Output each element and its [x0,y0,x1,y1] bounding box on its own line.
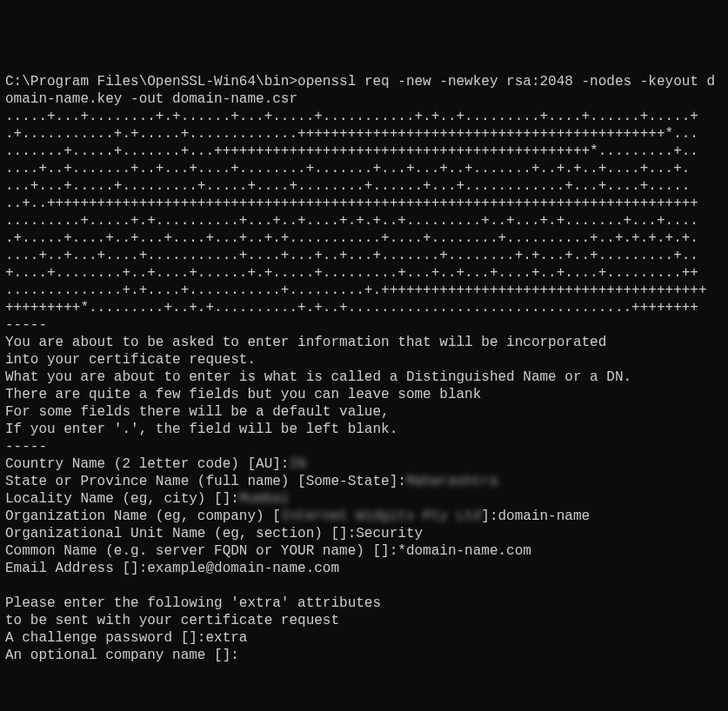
challenge-value: extra [205,630,247,646]
command-line: C:\Program Files\OpenSSL-Win64\bin>opens… [5,74,715,107]
info-line: For some fields there will be a default … [5,404,390,420]
keygen-line: ..............+.+....+...........+......… [5,282,707,298]
info-line: What you are about to enter is what is c… [5,369,631,385]
keygen-line: ....+..+.......+..+...+....+........+...… [5,161,690,176]
keygen-line: .........+.....+.+..........+...+..+....… [5,213,698,229]
org-prompt: Organization Name (eg, company) [Interne… [5,508,590,524]
keygen-line: .....+...+........+.+......+...+.....+..… [5,109,698,124]
challenge-prompt: A challenge password []:extra [5,630,247,646]
keygen-line: .+...........+.+.....+.............+++++… [5,126,698,142]
state-prompt: State or Province Name (full name) [Some… [5,474,498,489]
ou-value: Security [356,526,423,542]
prompt-path: C:\Program Files\OpenSSL-Win64\bin> [5,74,297,90]
country-prompt: Country Name (2 letter code) [AU]:IN [5,456,306,472]
info-line: If you enter '.', the field will be left… [5,422,397,437]
separator: ----- [5,317,47,333]
email-value: example@domain-name.com [147,561,339,576]
cn-prompt: Common Name (e.g. server FQDN or YOUR na… [5,543,531,559]
org-value: domain-name [498,508,591,524]
optional-company-prompt[interactable]: An optional company name []: [5,648,239,663]
info-line: You are about to be asked to enter infor… [5,335,606,350]
email-prompt: Email Address []:example@domain-name.com [5,561,339,576]
separator: ----- [5,439,47,455]
keygen-line: .+.....+....+..+...+....+...+..+.+......… [5,230,698,246]
keygen-line: +++++++++*.........+..+.+..........+.+..… [5,300,698,316]
keygen-line: ..+..+++++++++++++++++++++++++++++++++++… [5,196,698,211]
info-line: into your certificate request. [5,352,256,368]
locality-value: Mumbai [239,491,290,507]
country-value: IN [289,456,305,472]
org-default: Internet Widgits Pty Ltd [281,508,481,524]
keygen-line: ....+..+...+....+...........+....+...+..… [5,248,698,263]
cn-value: *domain-name.com [397,543,531,559]
keygen-line: .......+.....+.......+...+++++++++++++++… [5,143,698,159]
info-line: There are quite a few fields but you can… [5,387,481,402]
extra-heading: Please enter the following 'extra' attri… [5,595,381,611]
keygen-line: +....+........+..+....+......+.+.....+..… [5,265,698,281]
keygen-line: ...+...+.....+.........+.....+....+.....… [5,178,690,194]
state-value: Maharashtra [406,474,498,489]
locality-prompt: Locality Name (eg, city) []:Mumbai [5,491,289,507]
extra-sub: to be sent with your certificate request [5,613,339,628]
terminal-output[interactable]: C:\Program Files\OpenSSL-Win64\bin>opens… [5,73,723,664]
ou-prompt: Organizational Unit Name (eg, section) [… [5,526,423,542]
